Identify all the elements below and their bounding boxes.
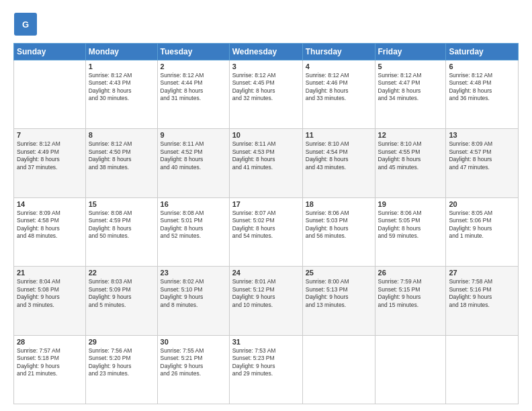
- day-number: 30: [161, 338, 226, 346]
- calendar-cell: 7Sunrise: 8:12 AM Sunset: 4:49 PM Daylig…: [14, 129, 86, 197]
- calendar-cell: 20Sunrise: 8:05 AM Sunset: 5:06 PM Dayli…: [446, 197, 519, 266]
- day-number: 4: [306, 62, 372, 71]
- day-number: 3: [232, 62, 300, 71]
- calendar-cell: 18Sunrise: 8:06 AM Sunset: 5:03 PM Dayli…: [302, 197, 375, 266]
- calendar-cell: 27Sunrise: 7:58 AM Sunset: 5:16 PM Dayli…: [446, 267, 519, 335]
- day-number: 13: [449, 131, 515, 139]
- calendar-cell: 15Sunrise: 8:08 AM Sunset: 4:59 PM Dayli…: [85, 197, 157, 266]
- cell-content: Sunrise: 8:12 AM Sunset: 4:50 PM Dayligh…: [89, 140, 154, 171]
- day-number: 18: [306, 200, 372, 208]
- calendar-cell: 12Sunrise: 8:10 AM Sunset: 4:55 PM Dayli…: [375, 129, 446, 197]
- cell-content: Sunrise: 7:55 AM Sunset: 5:21 PM Dayligh…: [161, 347, 226, 378]
- calendar-cell: 21Sunrise: 8:04 AM Sunset: 5:08 PM Dayli…: [14, 267, 86, 335]
- day-number: 22: [89, 269, 154, 277]
- cell-content: Sunrise: 8:04 AM Sunset: 5:08 PM Dayligh…: [17, 278, 83, 309]
- calendar-cell: 29Sunrise: 7:56 AM Sunset: 5:20 PM Dayli…: [85, 335, 157, 404]
- week-row-3: 14Sunrise: 8:09 AM Sunset: 4:58 PM Dayli…: [14, 197, 519, 266]
- cell-content: Sunrise: 8:00 AM Sunset: 5:13 PM Dayligh…: [306, 278, 372, 309]
- day-number: 1: [89, 62, 154, 71]
- day-number: 12: [378, 131, 443, 139]
- calendar-cell: 2Sunrise: 8:12 AM Sunset: 4:44 PM Daylig…: [157, 60, 229, 129]
- weekday-header-tuesday: Tuesday: [157, 44, 229, 60]
- svg-text:G: G: [22, 19, 29, 30]
- calendar-page: G SundayMondayTuesdayWednesdayThursdayFr…: [0, 0, 532, 411]
- cell-content: Sunrise: 8:02 AM Sunset: 5:10 PM Dayligh…: [161, 278, 226, 309]
- logo: G: [13, 12, 39, 36]
- day-number: 5: [378, 62, 443, 71]
- cell-content: Sunrise: 7:56 AM Sunset: 5:20 PM Dayligh…: [89, 347, 154, 378]
- cell-content: Sunrise: 8:07 AM Sunset: 5:02 PM Dayligh…: [232, 210, 300, 240]
- cell-content: Sunrise: 8:12 AM Sunset: 4:45 PM Dayligh…: [232, 72, 300, 103]
- weekday-header-thursday: Thursday: [302, 44, 375, 60]
- header: G: [13, 12, 519, 36]
- calendar-cell: 1Sunrise: 8:12 AM Sunset: 4:43 PM Daylig…: [85, 60, 157, 129]
- calendar-cell: 30Sunrise: 7:55 AM Sunset: 5:21 PM Dayli…: [157, 335, 229, 404]
- cell-content: Sunrise: 8:10 AM Sunset: 4:54 PM Dayligh…: [306, 140, 372, 171]
- calendar-cell: [302, 335, 375, 404]
- day-number: 26: [378, 269, 443, 277]
- cell-content: Sunrise: 8:12 AM Sunset: 4:49 PM Dayligh…: [17, 140, 83, 171]
- cell-content: Sunrise: 8:09 AM Sunset: 4:57 PM Dayligh…: [449, 140, 515, 171]
- weekday-header-row: SundayMondayTuesdayWednesdayThursdayFrid…: [14, 44, 519, 60]
- weekday-header-monday: Monday: [85, 44, 157, 60]
- cell-content: Sunrise: 8:03 AM Sunset: 5:09 PM Dayligh…: [89, 278, 154, 309]
- day-number: 24: [232, 269, 300, 277]
- day-number: 25: [306, 269, 372, 277]
- week-row-5: 28Sunrise: 7:57 AM Sunset: 5:18 PM Dayli…: [14, 335, 519, 404]
- week-row-4: 21Sunrise: 8:04 AM Sunset: 5:08 PM Dayli…: [14, 267, 519, 335]
- day-number: 10: [232, 131, 300, 139]
- day-number: 7: [17, 131, 83, 139]
- cell-content: Sunrise: 8:06 AM Sunset: 5:03 PM Dayligh…: [306, 210, 372, 240]
- cell-content: Sunrise: 8:12 AM Sunset: 4:44 PM Dayligh…: [161, 72, 226, 103]
- calendar-cell: 13Sunrise: 8:09 AM Sunset: 4:57 PM Dayli…: [446, 129, 519, 197]
- calendar-cell: 24Sunrise: 8:01 AM Sunset: 5:12 PM Dayli…: [229, 267, 302, 335]
- logo-icon: G: [13, 12, 38, 36]
- weekday-header-saturday: Saturday: [446, 44, 519, 60]
- calendar-cell: 10Sunrise: 8:11 AM Sunset: 4:53 PM Dayli…: [229, 129, 302, 197]
- day-number: 29: [89, 338, 154, 346]
- cell-content: Sunrise: 8:09 AM Sunset: 4:58 PM Dayligh…: [17, 210, 83, 240]
- day-number: 19: [378, 200, 443, 208]
- cell-content: Sunrise: 7:58 AM Sunset: 5:16 PM Dayligh…: [449, 278, 515, 309]
- calendar-cell: 19Sunrise: 8:06 AM Sunset: 5:05 PM Dayli…: [375, 197, 446, 266]
- weekday-header-sunday: Sunday: [14, 44, 86, 60]
- weekday-header-friday: Friday: [375, 44, 446, 60]
- day-number: 21: [17, 269, 83, 277]
- day-number: 8: [89, 131, 154, 139]
- cell-content: Sunrise: 8:12 AM Sunset: 4:46 PM Dayligh…: [306, 72, 372, 103]
- calendar-cell: 11Sunrise: 8:10 AM Sunset: 4:54 PM Dayli…: [302, 129, 375, 197]
- calendar-cell: 5Sunrise: 8:12 AM Sunset: 4:47 PM Daylig…: [375, 60, 446, 129]
- calendar-table: SundayMondayTuesdayWednesdayThursdayFrid…: [13, 43, 519, 404]
- calendar-cell: 8Sunrise: 8:12 AM Sunset: 4:50 PM Daylig…: [85, 129, 157, 197]
- cell-content: Sunrise: 8:05 AM Sunset: 5:06 PM Dayligh…: [449, 210, 515, 240]
- day-number: 16: [161, 200, 226, 208]
- day-number: 17: [232, 200, 300, 208]
- day-number: 14: [17, 200, 83, 208]
- calendar-cell: [446, 335, 519, 404]
- week-row-2: 7Sunrise: 8:12 AM Sunset: 4:49 PM Daylig…: [14, 129, 519, 197]
- calendar-cell: 3Sunrise: 8:12 AM Sunset: 4:45 PM Daylig…: [229, 60, 302, 129]
- cell-content: Sunrise: 8:11 AM Sunset: 4:52 PM Dayligh…: [161, 140, 226, 171]
- calendar-cell: 9Sunrise: 8:11 AM Sunset: 4:52 PM Daylig…: [157, 129, 229, 197]
- cell-content: Sunrise: 8:12 AM Sunset: 4:47 PM Dayligh…: [378, 72, 443, 103]
- calendar-cell: 16Sunrise: 8:08 AM Sunset: 5:01 PM Dayli…: [157, 197, 229, 266]
- cell-content: Sunrise: 8:10 AM Sunset: 4:55 PM Dayligh…: [378, 140, 443, 171]
- cell-content: Sunrise: 8:08 AM Sunset: 5:01 PM Dayligh…: [161, 210, 226, 240]
- calendar-cell: 25Sunrise: 8:00 AM Sunset: 5:13 PM Dayli…: [302, 267, 375, 335]
- day-number: 31: [232, 338, 300, 346]
- cell-content: Sunrise: 8:06 AM Sunset: 5:05 PM Dayligh…: [378, 210, 443, 240]
- cell-content: Sunrise: 8:12 AM Sunset: 4:48 PM Dayligh…: [449, 72, 515, 103]
- day-number: 11: [306, 131, 372, 139]
- week-row-1: 1Sunrise: 8:12 AM Sunset: 4:43 PM Daylig…: [14, 60, 519, 129]
- calendar-cell: 6Sunrise: 8:12 AM Sunset: 4:48 PM Daylig…: [446, 60, 519, 129]
- day-number: 27: [449, 269, 515, 277]
- cell-content: Sunrise: 7:53 AM Sunset: 5:23 PM Dayligh…: [232, 347, 300, 378]
- day-number: 9: [161, 131, 226, 139]
- day-number: 23: [161, 269, 226, 277]
- calendar-cell: [375, 335, 446, 404]
- cell-content: Sunrise: 8:01 AM Sunset: 5:12 PM Dayligh…: [232, 278, 300, 309]
- cell-content: Sunrise: 8:08 AM Sunset: 4:59 PM Dayligh…: [89, 210, 154, 240]
- cell-content: Sunrise: 7:57 AM Sunset: 5:18 PM Dayligh…: [17, 347, 83, 378]
- day-number: 2: [161, 62, 226, 71]
- calendar-cell: 28Sunrise: 7:57 AM Sunset: 5:18 PM Dayli…: [14, 335, 86, 404]
